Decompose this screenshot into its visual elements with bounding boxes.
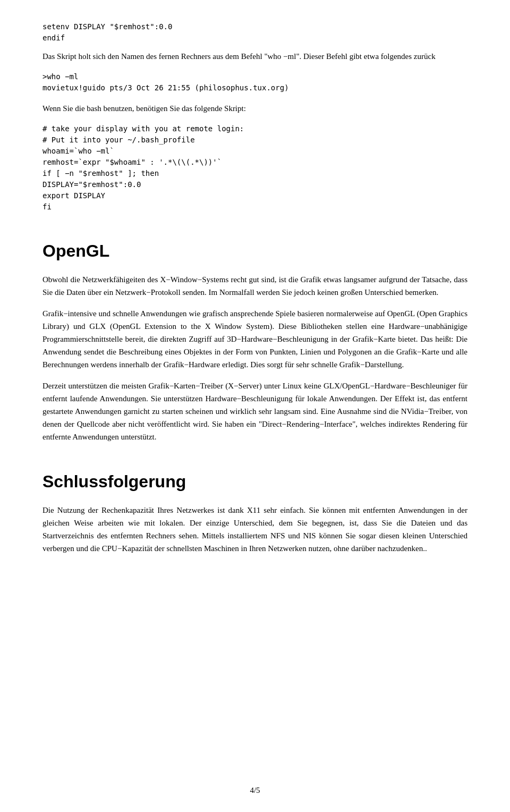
intro-paragraph1: Das Skript holt sich den Namen des ferne…	[42, 50, 468, 63]
page-number: 4/5	[250, 786, 260, 794]
schlussfolgerung-paragraph1: Die Nutzung der Rechenkapazität Ihres Ne…	[42, 504, 468, 555]
code-top: setenv DISPLAY "$remhost":0.0 endif	[42, 21, 468, 44]
opengl-paragraph3: Derzeit unterstützen die meisten Grafik−…	[42, 379, 468, 443]
schlussfolgerung-heading: Schlussfolgerung	[42, 469, 468, 494]
intro-terminal: >who −ml movietux!guido pts/3 Oct 26 21:…	[42, 71, 468, 94]
opengl-heading: OpenGL	[42, 238, 468, 264]
page-footer: 4/5	[42, 784, 468, 797]
intro-paragraph3: Wenn Sie die bash benutzen, benötigen Si…	[42, 102, 468, 115]
page: setenv DISPLAY "$remhost":0.0 endif Das …	[0, 0, 510, 812]
opengl-paragraph1: Obwohl die Netzwerkfähigeiten des X−Wind…	[42, 273, 468, 299]
bash-script: # take your display with you at remote l…	[42, 123, 468, 213]
opengl-paragraph2: Grafik−intensive und schnelle Anwendunge…	[42, 307, 468, 371]
